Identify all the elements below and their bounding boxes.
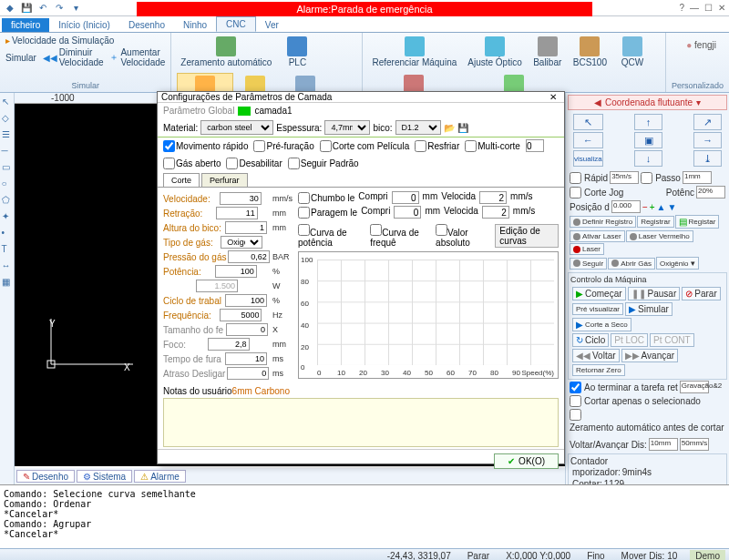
btn-retzero[interactable]: Retornar Zero: [572, 364, 625, 376]
btn-registrar[interactable]: Registrar: [637, 216, 673, 228]
pos-up-icon[interactable]: ▲: [657, 202, 666, 212]
jog-ne[interactable]: ↗: [693, 114, 722, 130]
btab-desenho[interactable]: ✎Desenho: [16, 470, 75, 483]
ok-button[interactable]: ✔OK(O): [494, 453, 559, 469]
tool-gallery-icon[interactable]: ▦: [2, 277, 13, 288]
jog-n[interactable]: ↑: [634, 114, 662, 130]
in-pico[interactable]: [196, 280, 238, 292]
sel-gas[interactable]: Oxigênio: [221, 236, 262, 249]
notas-box[interactable]: [163, 398, 559, 447]
chk-des[interactable]: [226, 158, 238, 169]
chk-curvafreq[interactable]: [370, 224, 382, 236]
in-vel1[interactable]: [479, 191, 507, 204]
tab-corte[interactable]: Corte: [163, 173, 200, 187]
pot-value[interactable]: 20%: [696, 186, 725, 199]
chk-zerauto[interactable]: [570, 409, 581, 421]
tool-text-icon[interactable]: T: [2, 244, 13, 255]
tab-cnc[interactable]: CNC: [216, 16, 256, 32]
tool-star-icon[interactable]: ✦: [2, 211, 13, 222]
vadis2[interactable]: 50mm/s: [680, 438, 709, 451]
jog-home[interactable]: ▣: [634, 132, 662, 148]
help-icon[interactable]: ?: [679, 3, 684, 13]
chk-gas[interactable]: [163, 158, 175, 169]
sel-oxigenio[interactable]: Oxigênio▾: [656, 257, 699, 270]
rapid-value[interactable]: 35m/s: [610, 171, 639, 184]
gravacao-sel[interactable]: Gravação&2: [680, 381, 709, 393]
chk-chumbo[interactable]: [298, 192, 310, 204]
tab-file[interactable]: ficheiro: [2, 18, 49, 32]
in-tfura[interactable]: [225, 352, 267, 365]
btn-seguir[interactable]: Seguir: [570, 258, 607, 270]
bico-select[interactable]: D1.2: [395, 120, 441, 135]
material-select[interactable]: carbon steel: [200, 120, 273, 135]
chk-aoterminar[interactable]: [570, 382, 581, 393]
pos-minus-icon[interactable]: −: [642, 202, 648, 212]
btn-avancar[interactable]: ▶▶Avançar: [621, 349, 679, 362]
tool-node-icon[interactable]: ◇: [2, 113, 13, 124]
btn-laserverm[interactable]: Laser Vermelho: [626, 230, 693, 242]
btn-zeramento[interactable]: Zeramento automático: [177, 35, 275, 69]
chk-rapid[interactable]: [570, 172, 581, 184]
username[interactable]: ● fengji: [679, 35, 724, 56]
btn-qcw[interactable]: QCW: [614, 35, 651, 69]
in-alt[interactable]: [225, 221, 267, 234]
redo-icon[interactable]: ↷: [53, 2, 66, 15]
chk-passo[interactable]: [641, 172, 652, 184]
tab-desenho[interactable]: Desenho: [119, 18, 174, 32]
in-vel2[interactable]: [482, 206, 509, 219]
btn-registar[interactable]: ▤Registar: [675, 215, 720, 229]
tool-order-icon[interactable]: ☰: [2, 129, 13, 140]
in-vel[interactable]: [220, 192, 262, 205]
jog-s[interactable]: ↓: [634, 150, 662, 167]
multi-count[interactable]: [526, 139, 544, 152]
chk-curvapot[interactable]: [298, 224, 310, 236]
maximize-icon[interactable]: ☐: [704, 3, 713, 13]
chk-cortarsel[interactable]: [570, 395, 581, 407]
chk-seg[interactable]: [288, 158, 300, 169]
tool-measure-icon[interactable]: ↔: [2, 260, 13, 271]
btn-ajuste[interactable]: Ajuste Óptico: [464, 35, 525, 69]
chk-paragem[interactable]: [298, 207, 310, 219]
in-atraso[interactable]: [227, 367, 269, 380]
in-pres[interactable]: [228, 250, 270, 263]
minimize-icon[interactable]: —: [690, 3, 699, 13]
btn-laser[interactable]: Laser: [570, 243, 604, 255]
btn-bcs[interactable]: BCS100: [570, 35, 611, 69]
pos-value[interactable]: 0.000: [611, 200, 641, 213]
btn-plc[interactable]: PLC: [279, 35, 315, 69]
tab-ninho[interactable]: Ninho: [174, 18, 216, 32]
chk-res[interactable]: [415, 140, 426, 152]
btn-previs[interactable]: Pré visualizar: [572, 303, 623, 315]
btn-ativar[interactable]: Ativar Laser: [570, 230, 625, 242]
btn-parar[interactable]: ⊘Parar: [682, 287, 720, 300]
tool-point-icon[interactable]: •: [2, 228, 13, 239]
in-freq[interactable]: [220, 309, 262, 321]
tool-poly-icon[interactable]: ⬠: [2, 195, 13, 206]
btn-comecar[interactable]: ▶Começar: [572, 287, 626, 300]
tool-line-icon[interactable]: ─: [2, 146, 13, 157]
tool-rect-icon[interactable]: ▭: [2, 162, 13, 173]
jog-e[interactable]: →: [693, 132, 722, 148]
tool-select-icon[interactable]: ↖: [2, 97, 13, 107]
vadis1[interactable]: 10mm: [649, 438, 678, 451]
in-ret[interactable]: [216, 207, 258, 219]
chk-cortejog[interactable]: [570, 187, 581, 199]
dialog-close-icon[interactable]: ✕: [546, 92, 560, 102]
jog-w[interactable]: ←: [573, 132, 603, 148]
jog-visualiza[interactable]: visualiza: [573, 150, 603, 167]
btn-ciclo[interactable]: ↻Ciclo: [572, 333, 609, 347]
btn-voltar[interactable]: ◀◀Voltar: [572, 349, 620, 362]
btn-ptcont[interactable]: Pt CONT: [650, 333, 694, 347]
chk-pre[interactable]: [253, 140, 265, 152]
open-icon[interactable]: 📂: [444, 123, 455, 133]
tab-inicio[interactable]: Início (Inicio): [49, 18, 119, 32]
in-tam[interactable]: [226, 323, 268, 336]
chk-multi[interactable]: [465, 140, 477, 152]
chk-valabs[interactable]: [436, 224, 447, 236]
in-compri2[interactable]: [394, 206, 421, 219]
tab-ver[interactable]: Ver: [256, 18, 288, 32]
chk-mov[interactable]: [163, 140, 175, 152]
param-global-link[interactable]: Parâmetro Global: [163, 106, 234, 116]
pos-dn-icon[interactable]: ▼: [668, 202, 677, 212]
btn-refmaq[interactable]: Referenciar Máquina: [368, 35, 460, 69]
